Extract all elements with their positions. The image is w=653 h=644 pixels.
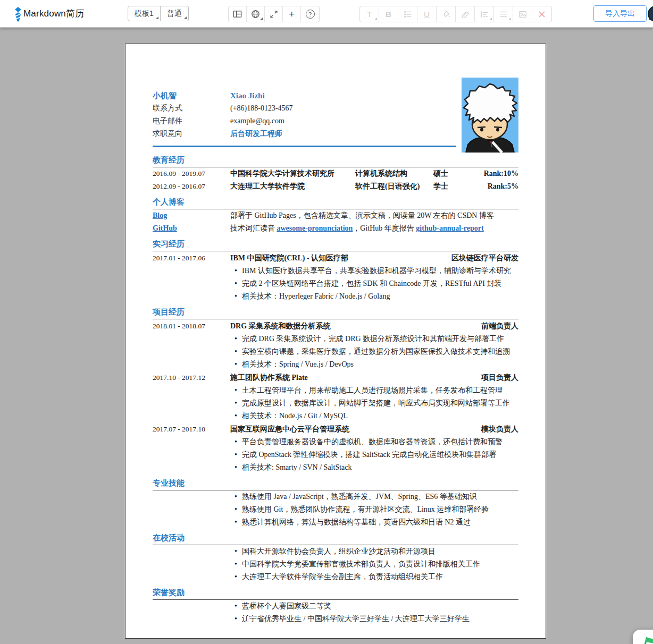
insert-image-button[interactable] xyxy=(513,6,532,22)
skills-bullets: 熟练使用 Java / JavaScript，熟悉高并发、JVM、Spring、… xyxy=(153,490,518,529)
chevron-down-icon xyxy=(260,18,263,20)
chevron-down-icon xyxy=(489,18,492,20)
help-button[interactable]: ? xyxy=(301,6,319,22)
education-row: 2012.09 - 2016.07 大连理工大学软件学院 软件工程(日语强化) … xyxy=(153,180,518,193)
pronunciation-link[interactable]: awesome-pronunciation xyxy=(277,224,353,232)
project-date: 2018.01 - 2018.07 xyxy=(153,320,230,333)
bullet-item: 相关技术：Node.js / Git / MySQL xyxy=(153,410,518,422)
honors-bullets: 蓝桥杯个人赛国家级二等奖 辽宁省优秀毕业生 / 中国科学院大学三好学生 / 大连… xyxy=(153,600,518,625)
plus-icon: + xyxy=(289,9,295,20)
underline-button[interactable]: U xyxy=(417,6,437,22)
email-value: example@qq.com xyxy=(230,117,284,125)
education-rank: Rank:5% xyxy=(479,180,518,193)
line-spacing-button[interactable] xyxy=(494,6,513,22)
bullet-item: 完成 DRG 采集系统设计，完成 DRG 数据分析系统设计和其前端开发与部署工作 xyxy=(153,333,518,345)
help-icon: ? xyxy=(306,10,315,19)
bullet-item: 国科大开源软件协会负责人，组织企业沙龙活动和开源项目 xyxy=(153,545,518,558)
resume-preview-page: 小机智 Xiao Jizhi 联系方式 (+86)188-0123-4567 电… xyxy=(125,44,546,639)
top-toolbar: Markdown简历 模板1 普通 xyxy=(0,0,653,28)
bullet-item: IBM 认知医疗数据共享平台，共享实验数据和机器学习模型，辅助诊断与学术研究 xyxy=(153,265,518,277)
github-row: GitHub 技术词汇读音 awesome-pronunciation，GitH… xyxy=(153,222,518,235)
bold-button[interactable]: B xyxy=(379,6,398,22)
internship-date: 2017.01 - 2017.06 xyxy=(153,252,230,265)
annual-report-link[interactable]: github-annual-report xyxy=(416,224,483,232)
fullscreen-button[interactable] xyxy=(265,6,283,22)
add-button[interactable]: + xyxy=(283,6,301,22)
app-logo-tie-icon xyxy=(12,6,24,22)
github-desc-mid: ，GitHub 年度报告 xyxy=(353,224,416,232)
bullet-item: 熟悉计算机网络，算法与数据结构等基础，英语四六级和日语 N2 通过 xyxy=(153,516,518,529)
style-select-button[interactable]: 普通 xyxy=(161,6,189,21)
education-major: 计算机系统结构 xyxy=(355,167,433,180)
bullet-item: 熟练使用 Java / JavaScript，熟悉高并发、JVM、Spring、… xyxy=(153,490,518,503)
layout-button[interactable] xyxy=(229,6,247,22)
project-role: 项目负责人 xyxy=(481,371,518,384)
bullet-item: 实验室横向课题，采集医疗数据，通过数据分析为国家医保投入做技术支持和追溯 xyxy=(153,345,518,358)
chevron-down-icon xyxy=(508,18,511,20)
internship-role: 区块链医疗平台研发 xyxy=(451,251,518,264)
blog-description: 部署于 GitHub Pages，包含精选文章、演示文稿，阅读量 20W 左右的… xyxy=(230,209,518,222)
education-degree: 硕士 xyxy=(433,167,479,180)
template-select-button[interactable]: 模板1 xyxy=(128,6,161,21)
name-value: Xiao Jizhi xyxy=(230,91,265,100)
education-school: 中国科学院大学计算技术研究所 xyxy=(230,167,355,180)
bullet-item: 相关技术: Smarty / SVN / SaltStack xyxy=(153,461,518,474)
expand-icon xyxy=(269,10,279,19)
section-heading-blog: 个人博客 xyxy=(153,197,518,209)
bullet-item: 平台负责管理服务器设备中的虚拟机、数据库和容器等资源，还包括计费和预警 xyxy=(153,436,518,448)
app-screen: { "topbar": { "app_title": "Markdown简历",… xyxy=(0,0,653,644)
align-button[interactable] xyxy=(475,6,494,22)
import-export-button[interactable]: 导入导出 xyxy=(593,5,647,22)
education-date: 2016.09 - 2019.07 xyxy=(153,167,230,180)
bullet-item: 土木工程管理平台，用来帮助施工人员进行现场照片采集，任务发布和工程管理 xyxy=(153,384,518,397)
objective-value: 后台研发工程师 xyxy=(230,129,282,139)
section-heading-education: 教育经历 xyxy=(153,155,518,167)
support-widget[interactable] xyxy=(633,630,653,644)
internship-title: IBM 中国研究院(CRL) - 认知医疗部 xyxy=(230,252,451,265)
clear-format-button[interactable] xyxy=(532,6,551,22)
chevron-down-icon xyxy=(184,16,187,19)
line-spacing-icon xyxy=(499,10,508,19)
support-flag-icon xyxy=(637,634,653,644)
bullet-item: 辽宁省优秀毕业生 / 中国科学院大学三好学生 / 大连理工大学三好学生 xyxy=(153,613,518,625)
style-select-label: 普通 xyxy=(167,9,182,18)
project-title: 国家互联网应急中心云平台管理系统 xyxy=(230,423,481,436)
education-row: 2016.09 - 2019.07 中国科学院大学计算技术研究所 计算机系统结构… xyxy=(153,167,518,180)
bullet-item: 完成 OpenStack 弹性伸缩模块，搭建 SaltStack 完成自动化运维… xyxy=(153,448,518,461)
section-heading-honors: 荣誉奖励 xyxy=(153,588,518,600)
list-button[interactable] xyxy=(398,6,417,22)
bullet-item: 完成原型设计，数据库设计，网站脚手架搭建，响应式布局实现和网站部署等工作 xyxy=(153,397,518,410)
project-entry: 2017.07 - 2017.10 国家互联网应急中心云平台管理系统 模块负责人 xyxy=(153,422,518,436)
project-date: 2017.07 - 2017.10 xyxy=(153,423,230,436)
project-role: 模块负责人 xyxy=(481,422,518,435)
template-select-label: 模板1 xyxy=(135,9,154,18)
close-icon xyxy=(538,10,546,19)
bullet-item: 蓝桥杯个人赛国家级二等奖 xyxy=(153,600,518,613)
chevron-down-icon xyxy=(374,18,377,20)
layout-icon xyxy=(232,9,242,19)
education-school: 大连理工大学软件学院 xyxy=(230,180,355,193)
fill-color-button[interactable] xyxy=(437,6,456,22)
avatar-photo xyxy=(462,78,518,152)
blog-link[interactable]: Blog xyxy=(153,211,167,219)
github-description: 技术词汇读音 awesome-pronunciation，GitHub 年度报告… xyxy=(230,222,518,235)
bullet-item: 完成 2 个区块链网络平台搭建，包括 SDK 和 Chaincode 开发，RE… xyxy=(153,277,518,290)
section-heading-skills: 专业技能 xyxy=(153,478,518,490)
import-export-wrap: 导入导出 xyxy=(593,5,647,22)
header-divider xyxy=(153,146,456,147)
link-button[interactable] xyxy=(456,6,475,22)
section-heading-projects: 项目经历 xyxy=(153,307,518,319)
project-entry: 2018.01 - 2018.07 DRG 采集系统和数据分析系统 前端负责人 xyxy=(153,319,518,333)
objective-label: 求职意向 xyxy=(153,129,230,139)
internship-entry: 2017.01 - 2017.06 IBM 中国研究院(CRL) - 认知医疗部… xyxy=(153,251,518,265)
email-label: 电子邮件 xyxy=(153,116,230,126)
chevron-down-icon xyxy=(156,16,158,19)
github-desc-pre: 技术词汇读音 xyxy=(230,224,277,232)
format-tool-group: T B U xyxy=(359,6,552,22)
project-date: 2017.10 - 2017.12 xyxy=(153,371,230,384)
text-icon: T xyxy=(367,10,372,19)
language-button[interactable] xyxy=(247,6,265,22)
github-link[interactable]: GitHub xyxy=(153,224,177,232)
contact-value: (+86)188-0123-4567 xyxy=(230,104,293,113)
font-size-button[interactable]: T xyxy=(360,6,379,22)
